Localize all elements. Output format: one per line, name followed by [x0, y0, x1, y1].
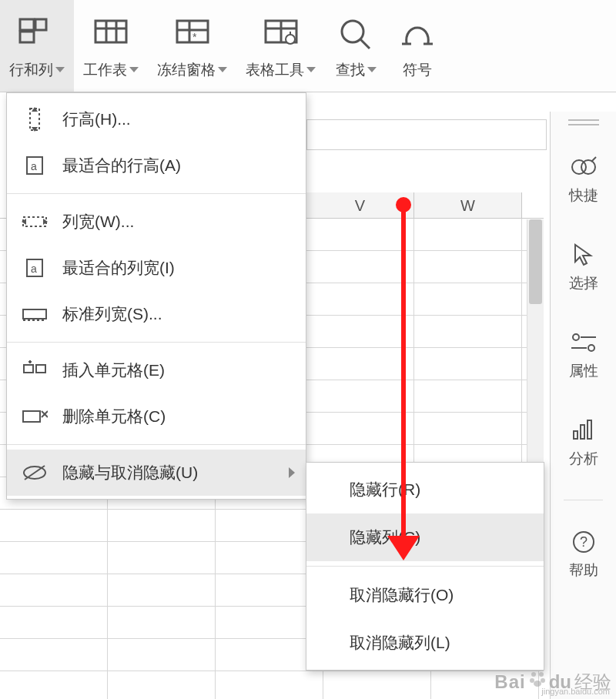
- menu-row-height[interactable]: 行高(H)...: [7, 96, 306, 142]
- delete-cells-icon: [21, 403, 49, 430]
- menu-autofit-row[interactable]: a 最适合的行高(A): [7, 142, 306, 189]
- menu-insert-cells-label: 插入单元格(E): [62, 360, 295, 381]
- panel-handle-icon[interactable]: [568, 119, 599, 125]
- submenu-unhide-cols-label: 取消隐藏列(L): [350, 632, 450, 654]
- ribbon-toolbar: 行和列 工作表 *: [0, 0, 616, 92]
- svg-point-44: [573, 334, 579, 340]
- side-analyze[interactable]: 分析: [551, 412, 616, 477]
- column-header-w[interactable]: W: [414, 192, 522, 218]
- menu-delete-cells-label: 删除单元格(C): [62, 406, 295, 427]
- worksheet-icon: [89, 14, 132, 52]
- col-width-icon: [21, 208, 49, 236]
- help-icon: ?: [551, 528, 616, 556]
- submenu-unhide-cols[interactable]: 取消隐藏列(L): [306, 619, 544, 667]
- symbol-icon: [396, 14, 439, 52]
- svg-point-46: [588, 345, 594, 351]
- formula-bar[interactable]: [306, 119, 547, 150]
- freeze-panes-button[interactable]: * 冻结窗格: [148, 0, 236, 92]
- chevron-down-icon: [367, 67, 377, 72]
- side-separator: [564, 500, 603, 500]
- svg-rect-1: [35, 19, 46, 30]
- submenu-unhide-rows[interactable]: 取消隐藏行(O): [306, 571, 544, 619]
- scrollbar-thumb[interactable]: [529, 219, 542, 304]
- side-properties[interactable]: 属性: [551, 324, 616, 389]
- svg-text:a: a: [31, 160, 37, 172]
- rows-cols-label: 行和列: [9, 60, 53, 80]
- worksheet-button[interactable]: 工作表: [74, 0, 148, 92]
- side-select-label: 选择: [569, 275, 598, 291]
- symbol-label: 符号: [403, 60, 432, 80]
- svg-point-56: [541, 678, 545, 683]
- svg-rect-3: [95, 21, 126, 42]
- menu-autofit-col-label: 最适合的列宽(I): [62, 257, 295, 279]
- symbol-button[interactable]: 符号: [387, 0, 439, 92]
- svg-rect-48: [574, 431, 578, 439]
- menu-separator: [7, 444, 306, 445]
- svg-rect-0: [20, 19, 34, 30]
- side-panel: 快捷 选择 属性 分析 ? 帮助: [550, 112, 616, 699]
- menu-separator: [7, 193, 306, 194]
- menu-std-col-width-label: 标准列宽(S)...: [62, 303, 295, 325]
- side-shortcut[interactable]: 快捷: [551, 149, 616, 213]
- svg-rect-25: [23, 217, 46, 226]
- side-shortcut-label: 快捷: [569, 187, 598, 203]
- menu-col-width[interactable]: 列宽(W)...: [7, 199, 306, 245]
- table-tools-button[interactable]: 表格工具: [236, 0, 325, 92]
- watermark: Bai du 经验 jingyan.baidu.com: [494, 670, 611, 694]
- menu-std-col-width[interactable]: 标准列宽(S)...: [7, 291, 306, 337]
- autofit-row-icon: a: [21, 152, 49, 179]
- chevron-down-icon: [55, 67, 65, 72]
- freeze-panes-label: 冻结窗格: [157, 60, 216, 80]
- menu-separator: [7, 342, 306, 343]
- submenu-hide-rows-label: 隐藏行(R): [350, 479, 420, 500]
- shortcut-icon: [551, 153, 616, 181]
- svg-point-16: [342, 21, 363, 42]
- analyze-icon: [551, 416, 616, 444]
- menu-insert-cells[interactable]: 插入单元格(E): [7, 347, 306, 393]
- svg-rect-36: [23, 411, 40, 422]
- svg-text:a: a: [31, 263, 37, 275]
- submenu-hide-cols[interactable]: 隐藏列(C): [306, 513, 544, 561]
- worksheet-label: 工作表: [83, 60, 127, 80]
- submenu-unhide-rows-label: 取消隐藏行(O): [350, 584, 454, 606]
- side-select[interactable]: 选择: [551, 236, 616, 301]
- rows-cols-button[interactable]: 行和列: [0, 0, 74, 92]
- svg-line-43: [591, 157, 596, 162]
- svg-text:?: ?: [580, 534, 588, 550]
- menu-row-height-label: 行高(H)...: [62, 109, 295, 130]
- properties-icon: [551, 329, 616, 356]
- menu-autofit-row-label: 最适合的行高(A): [62, 155, 295, 176]
- find-button[interactable]: 查找: [325, 0, 387, 92]
- svg-text:*: *: [192, 31, 197, 43]
- svg-point-57: [534, 681, 541, 687]
- annotation-arrow: [401, 200, 406, 539]
- side-help[interactable]: ? 帮助: [551, 523, 616, 588]
- row-height-icon: [21, 105, 49, 133]
- side-analyze-label: 分析: [569, 450, 598, 467]
- svg-rect-50: [588, 420, 591, 439]
- chevron-down-icon: [306, 67, 316, 72]
- side-properties-label: 属性: [569, 363, 598, 379]
- rows-cols-menu: 行高(H)... a 最适合的行高(A) 列宽(W)... a 最适合的列宽(I…: [6, 92, 306, 500]
- menu-autofit-col[interactable]: a 最适合的列宽(I): [7, 245, 306, 291]
- chevron-right-icon: [289, 467, 295, 478]
- menu-delete-cells[interactable]: 删除单元格(C): [7, 393, 306, 440]
- svg-point-54: [539, 672, 544, 677]
- svg-rect-20: [30, 109, 39, 130]
- svg-rect-49: [581, 425, 584, 439]
- find-label: 查找: [336, 60, 365, 80]
- svg-rect-30: [23, 309, 46, 319]
- freeze-panes-icon: *: [171, 14, 214, 52]
- side-help-label: 帮助: [569, 562, 598, 578]
- svg-rect-2: [20, 32, 34, 42]
- search-icon: [334, 14, 377, 52]
- menu-hide-unhide[interactable]: 隐藏与取消隐藏(U): [7, 450, 306, 496]
- std-col-width-icon: [21, 300, 49, 328]
- menu-col-width-label: 列宽(W)...: [62, 211, 295, 232]
- svg-point-55: [530, 678, 534, 683]
- autofit-col-icon: a: [21, 254, 49, 282]
- submenu-hide-rows[interactable]: 隐藏行(R): [306, 466, 544, 513]
- table-row[interactable]: [0, 671, 544, 699]
- select-icon: [551, 241, 616, 269]
- svg-point-14: [286, 35, 295, 44]
